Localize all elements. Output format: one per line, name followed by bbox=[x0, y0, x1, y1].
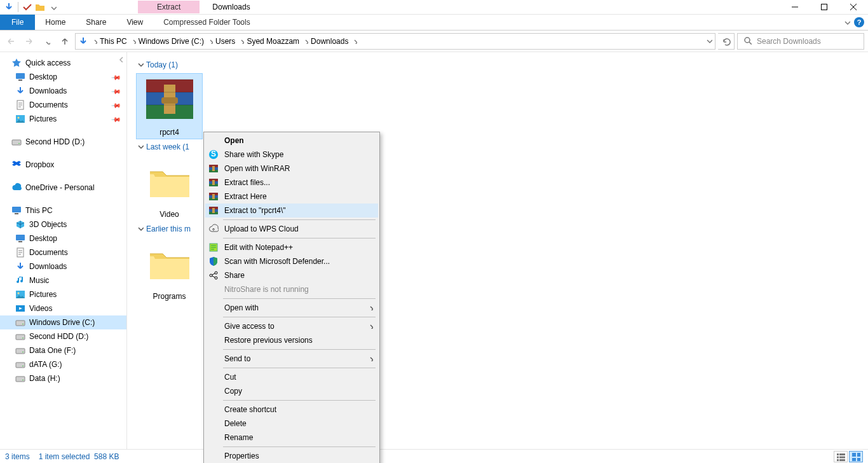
folder-icon bbox=[142, 240, 197, 288]
folder-icon bbox=[15, 72, 25, 82]
sidebar-item[interactable]: Desktop bbox=[0, 232, 126, 245]
search-input[interactable]: Search Downloads bbox=[737, 33, 864, 50]
address-dropdown-icon[interactable] bbox=[705, 36, 712, 46]
menu-item-label: Open with WinRAR bbox=[224, 164, 373, 173]
context-menu-item[interactable]: Create shortcut bbox=[205, 403, 378, 417]
address-bar[interactable]: This PCWindows Drive (C:)UsersSyed Moazz… bbox=[75, 33, 715, 50]
file-name: rpcrt4 bbox=[139, 128, 200, 137]
group-header[interactable]: Today (1) bbox=[136, 60, 859, 69]
breadcrumb[interactable]: Users bbox=[213, 37, 238, 46]
sidebar-item[interactable]: dATA (G:) bbox=[0, 357, 126, 371]
sidebar-item-label: Pictures bbox=[29, 114, 57, 123]
sidebar-quick-access[interactable]: Quick access bbox=[0, 56, 126, 70]
sidebar-item[interactable]: Music bbox=[0, 273, 126, 287]
context-menu-item[interactable]: Open with WinRAR bbox=[205, 162, 378, 176]
context-menu-item[interactable]: Cut bbox=[205, 370, 378, 384]
sidebar-dropbox[interactable]: Dropbox bbox=[0, 158, 126, 172]
tab-file[interactable]: File bbox=[0, 15, 35, 30]
menu-separator bbox=[223, 238, 376, 238]
sidebar-item[interactable]: Documents📌 bbox=[0, 98, 126, 112]
sidebar-item[interactable]: Windows Drive (C:) bbox=[0, 315, 126, 329]
nav-forward-button[interactable] bbox=[22, 34, 37, 49]
context-menu-item[interactable]: Give access to bbox=[205, 319, 378, 333]
breadcrumb[interactable]: Windows Drive (C:) bbox=[136, 37, 207, 46]
new-folder-icon[interactable] bbox=[35, 2, 45, 12]
sidebar-second-hdd[interactable]: Second HDD (D:) bbox=[0, 135, 126, 149]
sidebar-item[interactable]: Data One (F:) bbox=[0, 343, 126, 357]
menu-item-label: Extract Here bbox=[224, 192, 373, 201]
context-menu-item[interactable]: Open with bbox=[205, 301, 378, 315]
view-large-icons-button[interactable] bbox=[849, 451, 863, 462]
tab-home[interactable]: Home bbox=[35, 15, 76, 30]
down-arrow-icon[interactable] bbox=[4, 2, 14, 12]
breadcrumb[interactable]: Syed Moazzam bbox=[244, 37, 302, 46]
context-menu-item[interactable]: Extract to "rpcrt4\" bbox=[205, 204, 378, 218]
sidebar-item-label: Pictures bbox=[29, 290, 57, 299]
tab-share[interactable]: Share bbox=[76, 15, 116, 30]
context-menu-item[interactable]: Scan with Microsoft Defender... bbox=[205, 254, 378, 268]
context-menu-item[interactable]: Extract files... bbox=[205, 176, 378, 190]
file-item[interactable]: Video bbox=[136, 155, 203, 221]
menu-item-icon bbox=[208, 223, 219, 235]
view-details-button[interactable] bbox=[834, 451, 848, 462]
minimize-button[interactable] bbox=[780, 0, 810, 15]
menu-item-icon bbox=[208, 163, 219, 174]
context-menu-item[interactable]: Restore previous versions bbox=[205, 333, 378, 347]
context-menu-item[interactable]: Share bbox=[205, 268, 378, 282]
menu-separator bbox=[223, 317, 376, 317]
menu-item-label: Give access to bbox=[224, 322, 362, 331]
tab-view[interactable]: View bbox=[116, 15, 153, 30]
maximize-button[interactable] bbox=[810, 0, 839, 15]
properties-icon[interactable] bbox=[22, 2, 32, 12]
crumb-chevron-icon[interactable] bbox=[351, 37, 357, 46]
drive-icon bbox=[15, 345, 25, 356]
sidebar-onedrive[interactable]: OneDrive - Personal bbox=[0, 181, 126, 195]
sidebar-item[interactable]: Downloads📌 bbox=[0, 84, 126, 98]
context-menu-item[interactable]: Upload to WPS Cloud bbox=[205, 222, 378, 236]
crumb-chevron-icon[interactable] bbox=[238, 37, 244, 46]
context-menu-item[interactable]: Open bbox=[205, 134, 378, 148]
context-menu-item[interactable]: Send to bbox=[205, 352, 378, 366]
context-menu-item[interactable]: Properties bbox=[205, 449, 378, 463]
close-button[interactable] bbox=[839, 0, 868, 15]
context-menu-item[interactable]: Rename bbox=[205, 431, 378, 445]
sidebar-item[interactable]: Pictures bbox=[0, 287, 126, 301]
help-icon[interactable]: ? bbox=[854, 17, 864, 27]
context-menu-item[interactable]: Share with Skype bbox=[205, 148, 378, 162]
refresh-button[interactable] bbox=[718, 33, 735, 50]
crumb-chevron-icon[interactable] bbox=[130, 37, 136, 46]
crumb-chevron-icon[interactable] bbox=[302, 37, 308, 46]
context-menu-item[interactable]: Edit with Notepad++ bbox=[205, 240, 378, 254]
drive-icon bbox=[15, 303, 25, 314]
sidebar-item[interactable]: Second HDD (D:) bbox=[0, 329, 126, 343]
file-name: Programs bbox=[139, 292, 200, 301]
nav-bar: This PCWindows Drive (C:)UsersSyed Moazz… bbox=[0, 31, 868, 52]
breadcrumb[interactable]: Downloads bbox=[308, 37, 351, 46]
tab-compressed-tools[interactable]: Compressed Folder Tools bbox=[153, 15, 261, 30]
menu-item-icon bbox=[208, 404, 219, 415]
context-menu-item[interactable]: Copy bbox=[205, 384, 378, 398]
nav-history-dropdown[interactable] bbox=[39, 34, 55, 49]
drive-icon bbox=[15, 331, 25, 342]
sidebar-item[interactable]: Desktop📌 bbox=[0, 70, 126, 84]
sidebar-this-pc[interactable]: This PC bbox=[0, 204, 126, 218]
file-item[interactable]: Programs bbox=[136, 237, 203, 303]
sidebar-item[interactable]: Data (H:) bbox=[0, 371, 126, 385]
context-menu-item[interactable]: Extract Here bbox=[205, 190, 378, 204]
context-menu-item[interactable]: Delete bbox=[205, 417, 378, 431]
context-tab-extract[interactable]: Extract bbox=[138, 1, 200, 13]
sidebar-item[interactable]: Pictures📌 bbox=[0, 112, 126, 126]
file-item[interactable]: rpcrt4 bbox=[136, 73, 203, 139]
nav-up-button[interactable] bbox=[57, 34, 72, 49]
ribbon-expand-icon[interactable] bbox=[843, 18, 850, 27]
sidebar-item[interactable]: Videos bbox=[0, 301, 126, 315]
sidebar-item[interactable]: 3D Objects bbox=[0, 218, 126, 232]
sidebar-item[interactable]: Downloads bbox=[0, 259, 126, 273]
sidebar-item[interactable]: Documents bbox=[0, 245, 126, 259]
nav-back-button[interactable] bbox=[4, 34, 19, 49]
crumb-chevron-icon[interactable] bbox=[207, 37, 213, 46]
qat-customize-icon[interactable] bbox=[48, 2, 58, 12]
folder-icon bbox=[15, 86, 25, 96]
breadcrumb[interactable]: This PC bbox=[97, 37, 130, 46]
crumb-chevron-icon[interactable] bbox=[91, 37, 97, 46]
